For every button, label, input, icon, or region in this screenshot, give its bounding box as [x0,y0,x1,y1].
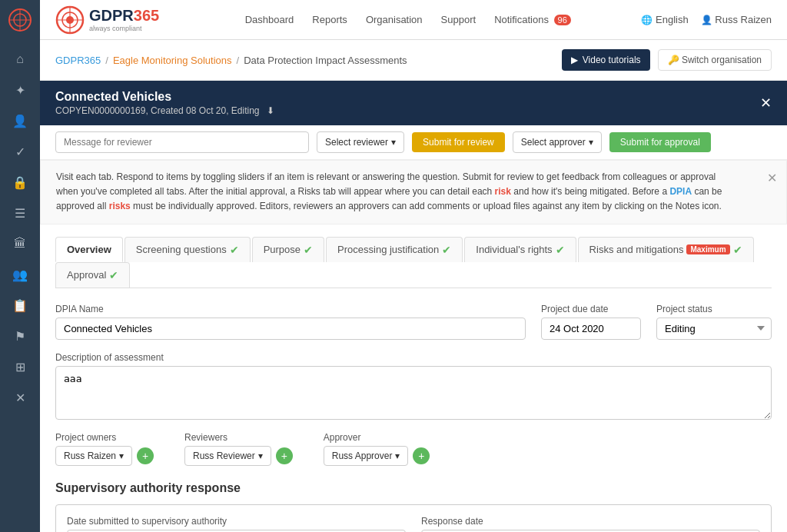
reviewers-dropdown[interactable]: Russ Reviewer ▾ [184,446,271,466]
breadcrumb-section: Data Protection Impact Assessments [244,55,407,66]
page-area: Connected Vehicles COPYEN0000000169, Cre… [40,81,787,532]
logo-area: GDPR 365 always compliant [55,5,159,35]
video-icon: ▶ [571,55,578,65]
notifications-nav-link[interactable]: Notifications 96 [494,14,571,25]
tab-screening-check: ✔ [230,244,239,256]
chevron-down-icon: ▾ [391,137,396,148]
people-row: Project owners Russ Raizen ▾ + Reviewers… [55,432,772,466]
tab-rights[interactable]: Individual's rights ✔ [464,237,576,262]
logo-sub-text: always compliant [89,25,159,32]
chevron-down-icon-2: ▾ [589,137,593,148]
dashboard-nav-link[interactable]: Dashboard [245,14,294,25]
info-text-6: must be individually approved. Editors, … [131,201,722,211]
tab-risks-check: ✔ [733,244,742,256]
info-text-5: approved all [56,201,109,211]
risk-red-2: risks [109,201,131,211]
sidebar-settings-icon[interactable]: ✕ [6,384,34,411]
top-nav: GDPR 365 always compliant Dashboard Repo… [40,0,787,40]
header-card-sub: COPYEN0000000169, Created 08 Oct 20, Edi… [55,105,274,116]
sidebar-home-icon[interactable]: ⌂ [6,45,34,73]
select-approver-dropdown[interactable]: Select approver ▾ [513,131,602,153]
add-reviewer-button[interactable]: + [276,447,293,464]
response-date-group: Response date [421,516,760,532]
owners-chevron-icon: ▾ [119,451,124,461]
reports-nav-link[interactable]: Reports [312,14,347,25]
main-content: GDPR 365 always compliant Dashboard Repo… [40,0,787,532]
dpia-name-row: DPIA Name Project due date Project statu… [55,304,772,340]
tab-risks-badge: Maximum [686,244,729,254]
sidebar: ⌂ ✦ 👤 ✓ 🔒 ☰ 🏛 👥 📋 ⚑ ⊞ ✕ [0,0,40,532]
add-project-owner-button[interactable]: + [137,447,154,464]
header-close-button[interactable]: ✕ [760,95,772,111]
content-area: Overview Screening questions ✔ Purpose ✔… [40,224,787,532]
response-date-input[interactable] [421,530,760,532]
project-due-date-label: Project due date [541,304,641,314]
tabs-row: Overview Screening questions ✔ Purpose ✔… [55,237,772,288]
reviewers-label: Reviewers [184,432,293,443]
approver-group: Approver Russ Approver ▾ + [324,432,430,466]
user-nav-link[interactable]: 👤 Russ Raizen [701,14,772,25]
sidebar-building-icon[interactable]: 🏛 [6,230,34,258]
supervisory-box: Date submitted to supervisory authority … [55,504,772,532]
download-icon[interactable]: ⬇ [267,105,274,116]
sidebar-lock-icon[interactable]: 🔒 [6,168,34,196]
logo-365-text: 365 [134,7,159,25]
tab-overview[interactable]: Overview [55,237,123,262]
dpia-name-input[interactable] [55,318,526,340]
approver-selector: Russ Approver ▾ + [324,446,430,466]
project-owners-dropdown[interactable]: Russ Raizen ▾ [55,446,132,466]
breadcrumb-gdpr365[interactable]: GDPR365 [55,55,101,66]
description-textarea[interactable]: aaa [55,366,772,420]
submit-approval-button[interactable]: Submit for approval [609,132,711,152]
sidebar-palette-icon[interactable]: ✦ [6,76,34,104]
description-label: Description of assessment [55,352,772,363]
video-tutorials-button[interactable]: ▶ Video tutorials [562,49,650,71]
sidebar-group-icon[interactable]: 👥 [6,261,34,288]
approver-label: Approver [324,432,430,443]
sidebar-alert-icon[interactable]: ⚑ [6,322,34,350]
support-nav-link[interactable]: Support [441,14,477,25]
tab-processing[interactable]: Processing justification ✔ [326,237,463,262]
logo-gdpr-text: GDPR [89,7,134,25]
supervisory-dates-row: Date submitted to supervisory authority … [67,516,760,532]
date-submitted-label: Date submitted to supervisory authority [67,516,406,527]
tab-risks[interactable]: Risks and mitigations Maximum ✔ [578,237,754,262]
organisation-nav-link[interactable]: Organisation [366,14,423,25]
language-nav-link[interactable]: 🌐 English [641,14,688,25]
sidebar-user-icon[interactable]: 👤 [6,107,34,135]
select-reviewer-dropdown[interactable]: Select reviewer ▾ [317,131,404,153]
tab-rights-check: ✔ [556,244,565,256]
approver-dropdown[interactable]: Russ Approver ▾ [324,446,409,466]
tab-approval[interactable]: Approval ✔ [55,262,130,288]
dpia-name-group: DPIA Name [55,304,526,340]
tab-screening[interactable]: Screening questions ✔ [125,237,251,262]
date-submitted-group: Date submitted to supervisory authority [67,516,406,532]
sidebar-file-icon[interactable]: 📋 [6,291,34,319]
info-text-3: and how it's being mitigated. Before a [511,186,669,197]
tab-approval-check: ✔ [109,269,118,281]
message-reviewer-input[interactable] [55,131,309,153]
sidebar-grid-icon[interactable]: ⊞ [6,353,34,381]
tab-purpose[interactable]: Purpose ✔ [252,237,324,262]
sidebar-check-icon[interactable]: ✓ [6,138,34,165]
submit-review-button[interactable]: Submit for review [412,132,505,152]
nav-links: Dashboard Reports Organisation Support N… [198,14,618,25]
switch-icon: 🔑 [668,55,682,65]
add-approver-button[interactable]: + [413,447,430,464]
switch-organisation-button[interactable]: 🔑 Switch organisation [658,49,772,71]
info-text-4: can be [692,186,722,197]
notifications-badge: 96 [554,15,571,25]
project-status-select[interactable]: Editing In review Approved Rejected [656,318,772,340]
reviewer-row: Select reviewer ▾ Submit for review Sele… [40,125,787,160]
breadcrumb: GDPR365 / Eagle Monitoring Solutions / D… [55,55,407,66]
date-submitted-input[interactable] [67,530,406,532]
reviewers-group: Reviewers Russ Reviewer ▾ + [184,432,293,466]
supervisory-section-title: Supervisory authority response [55,481,772,495]
sidebar-list-icon[interactable]: ☰ [6,199,34,227]
breadcrumb-organisation[interactable]: Eagle Monitoring Solutions [113,55,232,66]
reviewers-chevron-icon: ▾ [258,451,263,461]
project-due-date-input[interactable] [541,318,641,340]
info-banner-close-button[interactable]: ✕ [767,168,777,188]
reviewers-selector: Russ Reviewer ▾ + [184,446,293,466]
header-card: Connected Vehicles COPYEN0000000169, Cre… [40,81,787,125]
